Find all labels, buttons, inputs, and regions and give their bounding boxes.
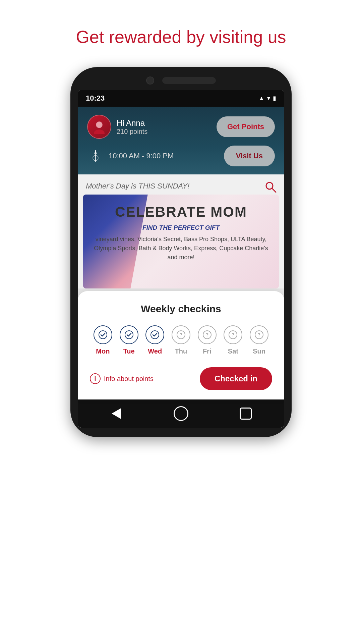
recents-icon [240, 408, 252, 420]
store-logo-icon [88, 149, 103, 163]
day-label-sun: Sun [253, 347, 265, 355]
day-circle-sat: ? [224, 325, 242, 344]
svg-text:?: ? [205, 332, 208, 337]
phone-screen: 10:23 ▲ ▾ ▮ [78, 90, 284, 428]
status-time: 10:23 [86, 94, 105, 103]
svg-text:?: ? [180, 332, 183, 337]
promo-subtitle: Mother's Day is THIS SUNDAY! [78, 174, 284, 195]
store-logo [87, 148, 104, 164]
day-label-tue: Tue [123, 347, 135, 355]
status-bar: 10:23 ▲ ▾ ▮ [78, 90, 284, 107]
user-info: Hi Anna 210 points [87, 115, 147, 139]
home-icon [174, 406, 188, 421]
promo-stores-list: vineyard vines, Victoria's Secret, Bass … [91, 235, 271, 262]
day-label-wed: Wed [148, 347, 162, 355]
day-label-thu: Thu [175, 347, 187, 355]
day-item-sun: ? Sun [250, 325, 268, 355]
promo-card: Mother's Day is THIS SUNDAY! CELEBRATE M… [78, 174, 284, 288]
visit-us-button[interactable]: Visit Us [224, 146, 275, 166]
question-icon-sun: ? [254, 330, 264, 339]
recents-button[interactable] [238, 406, 254, 422]
app-header: Hi Anna 210 points Get Points [78, 107, 284, 174]
signal-icon: ▲ [258, 95, 264, 102]
info-link[interactable]: i Info about points [90, 373, 154, 384]
phone-camera [146, 76, 154, 85]
svg-point-1 [94, 129, 105, 134]
svg-text:?: ? [232, 332, 235, 337]
day-label-fri: Fri [203, 347, 212, 355]
points-display: 210 points [117, 128, 147, 136]
back-icon [112, 408, 121, 419]
phone-mockup: 10:23 ▲ ▾ ▮ [0, 67, 362, 457]
checkin-title: Weekly checkins [90, 303, 272, 315]
svg-point-10 [151, 331, 159, 339]
days-row: Mon Tue [90, 325, 272, 355]
promo-title: CELEBRATE MOM [91, 204, 271, 220]
header-top: Hi Anna 210 points Get Points [87, 115, 275, 139]
back-button[interactable] [108, 406, 124, 422]
day-circle-thu: ? [172, 325, 190, 344]
day-circle-sun: ? [250, 325, 268, 344]
svg-text:?: ? [258, 332, 261, 337]
info-icon: i [90, 373, 101, 384]
checkin-card: Weekly checkins Mon [78, 291, 284, 399]
day-circle-mon [94, 325, 112, 344]
question-icon-thu: ? [176, 330, 186, 339]
svg-point-9 [125, 331, 133, 339]
svg-point-2 [96, 122, 102, 128]
day-item-mon: Mon [94, 325, 112, 355]
home-button[interactable] [173, 406, 189, 422]
battery-icon: ▮ [273, 95, 276, 102]
avatar-image [92, 119, 107, 134]
status-icons: ▲ ▾ ▮ [258, 95, 276, 102]
phone-speaker [162, 77, 216, 84]
day-label-mon: Mon [96, 347, 110, 355]
day-item-wed: Wed [145, 325, 164, 355]
day-circle-fri: ? [198, 325, 217, 344]
day-item-sat: ? Sat [224, 325, 242, 355]
promo-find-label: FIND THE PERFECT GIFT [91, 224, 271, 231]
svg-line-7 [272, 189, 276, 192]
svg-point-8 [99, 331, 107, 339]
day-circle-tue [120, 325, 138, 344]
day-label-sat: Sat [228, 347, 238, 355]
search-icon[interactable] [264, 180, 277, 196]
store-hours: 10:00 AM - 9:00 PM [109, 152, 174, 160]
promo-content: CELEBRATE MOM FIND THE PERFECT GIFT vine… [91, 204, 271, 262]
checked-in-button[interactable]: Checked in [200, 367, 272, 390]
checkmark-icon-tue [124, 330, 134, 339]
promo-banner: CELEBRATE MOM FIND THE PERFECT GIFT vine… [83, 195, 279, 288]
day-circle-wed [145, 325, 164, 344]
question-icon-sat: ? [228, 330, 238, 339]
info-label: Info about points [104, 375, 154, 383]
day-item-tue: Tue [120, 325, 138, 355]
content-area: Mother's Day is THIS SUNDAY! CELEBRATE M… [78, 174, 284, 399]
store-info: 10:00 AM - 9:00 PM [87, 148, 174, 164]
wifi-icon: ▾ [267, 95, 270, 102]
phone-frame: 10:23 ▲ ▾ ▮ [70, 67, 292, 437]
checkin-footer: i Info about points Checked in [90, 367, 272, 390]
day-item-fri: ? Fri [198, 325, 217, 355]
question-icon-fri: ? [202, 330, 212, 339]
phone-hardware-top [78, 76, 284, 85]
checkmark-icon-mon [98, 330, 108, 339]
header-bottom: 10:00 AM - 9:00 PM Visit Us [87, 146, 275, 166]
nav-bar [78, 399, 284, 428]
page-title: Get rewarded by visiting us [0, 0, 362, 67]
avatar [87, 115, 111, 139]
day-item-thu: ? Thu [172, 325, 190, 355]
checkmark-icon-wed [150, 330, 160, 339]
greeting: Hi Anna [117, 118, 147, 128]
user-text: Hi Anna 210 points [117, 118, 147, 136]
get-points-button[interactable]: Get Points [217, 116, 275, 137]
